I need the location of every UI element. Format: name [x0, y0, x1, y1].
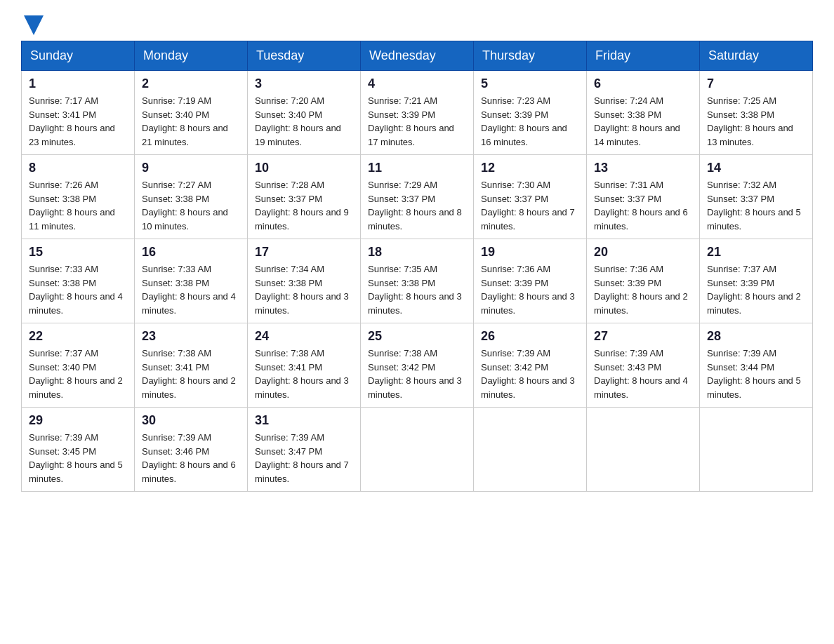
calendar-table: Sunday Monday Tuesday Wednesday Thursday…	[21, 41, 813, 492]
calendar-day-cell: 14Sunrise: 7:32 AMSunset: 3:37 PMDayligh…	[700, 155, 813, 239]
calendar-day-cell: 22Sunrise: 7:37 AMSunset: 3:40 PMDayligh…	[22, 323, 135, 408]
day-info: Sunrise: 7:26 AMSunset: 3:38 PMDaylight:…	[29, 178, 127, 233]
day-number: 6	[594, 76, 692, 91]
calendar-day-cell	[361, 408, 474, 492]
day-info: Sunrise: 7:24 AMSunset: 3:38 PMDaylight:…	[594, 94, 692, 149]
day-number: 8	[29, 161, 127, 175]
day-info: Sunrise: 7:20 AMSunset: 3:40 PMDaylight:…	[255, 94, 353, 149]
day-number: 19	[481, 245, 579, 260]
calendar-day-cell: 4Sunrise: 7:21 AMSunset: 3:39 PMDaylight…	[361, 71, 474, 155]
calendar-day-cell: 8Sunrise: 7:26 AMSunset: 3:38 PMDaylight…	[22, 155, 135, 239]
calendar-day-cell: 29Sunrise: 7:39 AMSunset: 3:45 PMDayligh…	[22, 408, 135, 492]
header-tuesday: Tuesday	[248, 41, 361, 71]
calendar-day-cell: 19Sunrise: 7:36 AMSunset: 3:39 PMDayligh…	[474, 239, 587, 323]
day-info: Sunrise: 7:36 AMSunset: 3:39 PMDaylight:…	[481, 262, 579, 317]
day-number: 1	[29, 76, 127, 91]
day-number: 15	[29, 245, 127, 260]
svg-marker-0	[24, 15, 44, 35]
day-number: 28	[707, 329, 805, 344]
day-number: 9	[142, 161, 240, 175]
day-info: Sunrise: 7:29 AMSunset: 3:37 PMDaylight:…	[368, 178, 466, 233]
day-number: 10	[255, 161, 353, 175]
day-number: 14	[707, 161, 805, 175]
day-number: 16	[142, 245, 240, 260]
day-number: 4	[368, 76, 466, 91]
day-number: 12	[481, 161, 579, 175]
day-number: 5	[481, 76, 579, 91]
calendar-day-cell: 26Sunrise: 7:39 AMSunset: 3:42 PMDayligh…	[474, 323, 587, 408]
calendar-day-cell: 3Sunrise: 7:20 AMSunset: 3:40 PMDaylight…	[248, 71, 361, 155]
day-number: 27	[594, 329, 692, 344]
calendar-day-cell: 16Sunrise: 7:33 AMSunset: 3:38 PMDayligh…	[135, 239, 248, 323]
calendar-day-cell: 17Sunrise: 7:34 AMSunset: 3:38 PMDayligh…	[248, 239, 361, 323]
calendar-day-cell: 10Sunrise: 7:28 AMSunset: 3:37 PMDayligh…	[248, 155, 361, 239]
calendar-day-cell: 5Sunrise: 7:23 AMSunset: 3:39 PMDaylight…	[474, 71, 587, 155]
day-number: 23	[142, 329, 240, 344]
calendar-day-cell: 27Sunrise: 7:39 AMSunset: 3:43 PMDayligh…	[587, 323, 700, 408]
calendar-day-cell: 23Sunrise: 7:38 AMSunset: 3:41 PMDayligh…	[135, 323, 248, 408]
calendar-week-row: 29Sunrise: 7:39 AMSunset: 3:45 PMDayligh…	[22, 408, 813, 492]
calendar-day-cell: 9Sunrise: 7:27 AMSunset: 3:38 PMDaylight…	[135, 155, 248, 239]
day-number: 17	[255, 245, 353, 260]
day-info: Sunrise: 7:39 AMSunset: 3:43 PMDaylight:…	[594, 347, 692, 401]
day-info: Sunrise: 7:21 AMSunset: 3:39 PMDaylight:…	[368, 94, 466, 149]
day-info: Sunrise: 7:39 AMSunset: 3:47 PMDaylight:…	[255, 431, 353, 485]
day-info: Sunrise: 7:32 AMSunset: 3:37 PMDaylight:…	[707, 178, 805, 233]
calendar-day-cell: 11Sunrise: 7:29 AMSunset: 3:37 PMDayligh…	[361, 155, 474, 239]
day-info: Sunrise: 7:27 AMSunset: 3:38 PMDaylight:…	[142, 178, 240, 233]
logo	[21, 14, 44, 34]
day-info: Sunrise: 7:37 AMSunset: 3:40 PMDaylight:…	[29, 347, 127, 401]
day-number: 13	[594, 161, 692, 175]
day-info: Sunrise: 7:35 AMSunset: 3:38 PMDaylight:…	[368, 262, 466, 317]
calendar-day-cell: 24Sunrise: 7:38 AMSunset: 3:41 PMDayligh…	[248, 323, 361, 408]
day-info: Sunrise: 7:39 AMSunset: 3:44 PMDaylight:…	[707, 347, 805, 401]
weekday-header-row: Sunday Monday Tuesday Wednesday Thursday…	[22, 41, 813, 71]
day-number: 7	[707, 76, 805, 91]
day-info: Sunrise: 7:23 AMSunset: 3:39 PMDaylight:…	[481, 94, 579, 149]
calendar-day-cell	[587, 408, 700, 492]
day-info: Sunrise: 7:25 AMSunset: 3:38 PMDaylight:…	[707, 94, 805, 149]
day-info: Sunrise: 7:19 AMSunset: 3:40 PMDaylight:…	[142, 94, 240, 149]
calendar-day-cell: 21Sunrise: 7:37 AMSunset: 3:39 PMDayligh…	[700, 239, 813, 323]
day-info: Sunrise: 7:17 AMSunset: 3:41 PMDaylight:…	[29, 94, 127, 149]
calendar-day-cell: 20Sunrise: 7:36 AMSunset: 3:39 PMDayligh…	[587, 239, 700, 323]
calendar-day-cell: 15Sunrise: 7:33 AMSunset: 3:38 PMDayligh…	[22, 239, 135, 323]
header-monday: Monday	[135, 41, 248, 71]
calendar-day-cell: 13Sunrise: 7:31 AMSunset: 3:37 PMDayligh…	[587, 155, 700, 239]
day-number: 20	[594, 245, 692, 260]
logo-triangle-icon	[24, 15, 44, 35]
calendar-day-cell: 31Sunrise: 7:39 AMSunset: 3:47 PMDayligh…	[248, 408, 361, 492]
day-info: Sunrise: 7:30 AMSunset: 3:37 PMDaylight:…	[481, 178, 579, 233]
day-number: 22	[29, 329, 127, 344]
header-sunday: Sunday	[22, 41, 135, 71]
day-info: Sunrise: 7:31 AMSunset: 3:37 PMDaylight:…	[594, 178, 692, 233]
calendar-day-cell: 28Sunrise: 7:39 AMSunset: 3:44 PMDayligh…	[700, 323, 813, 408]
header-thursday: Thursday	[474, 41, 587, 71]
day-number: 26	[481, 329, 579, 344]
calendar-day-cell: 6Sunrise: 7:24 AMSunset: 3:38 PMDaylight…	[587, 71, 700, 155]
calendar-week-row: 15Sunrise: 7:33 AMSunset: 3:38 PMDayligh…	[22, 239, 813, 323]
page-header	[21, 14, 813, 34]
day-number: 18	[368, 245, 466, 260]
day-info: Sunrise: 7:38 AMSunset: 3:41 PMDaylight:…	[255, 347, 353, 401]
calendar-day-cell: 30Sunrise: 7:39 AMSunset: 3:46 PMDayligh…	[135, 408, 248, 492]
day-info: Sunrise: 7:39 AMSunset: 3:42 PMDaylight:…	[481, 347, 579, 401]
day-info: Sunrise: 7:28 AMSunset: 3:37 PMDaylight:…	[255, 178, 353, 233]
calendar-day-cell: 12Sunrise: 7:30 AMSunset: 3:37 PMDayligh…	[474, 155, 587, 239]
day-info: Sunrise: 7:39 AMSunset: 3:46 PMDaylight:…	[142, 431, 240, 485]
day-info: Sunrise: 7:34 AMSunset: 3:38 PMDaylight:…	[255, 262, 353, 317]
day-number: 25	[368, 329, 466, 344]
day-number: 3	[255, 76, 353, 91]
calendar-day-cell	[474, 408, 587, 492]
day-number: 24	[255, 329, 353, 344]
calendar-week-row: 8Sunrise: 7:26 AMSunset: 3:38 PMDaylight…	[22, 155, 813, 239]
header-saturday: Saturday	[700, 41, 813, 71]
calendar-day-cell: 1Sunrise: 7:17 AMSunset: 3:41 PMDaylight…	[22, 71, 135, 155]
day-info: Sunrise: 7:33 AMSunset: 3:38 PMDaylight:…	[29, 262, 127, 317]
day-number: 30	[142, 413, 240, 428]
header-friday: Friday	[587, 41, 700, 71]
calendar-week-row: 1Sunrise: 7:17 AMSunset: 3:41 PMDaylight…	[22, 71, 813, 155]
day-info: Sunrise: 7:38 AMSunset: 3:42 PMDaylight:…	[368, 347, 466, 401]
day-info: Sunrise: 7:39 AMSunset: 3:45 PMDaylight:…	[29, 431, 127, 485]
calendar-day-cell: 7Sunrise: 7:25 AMSunset: 3:38 PMDaylight…	[700, 71, 813, 155]
